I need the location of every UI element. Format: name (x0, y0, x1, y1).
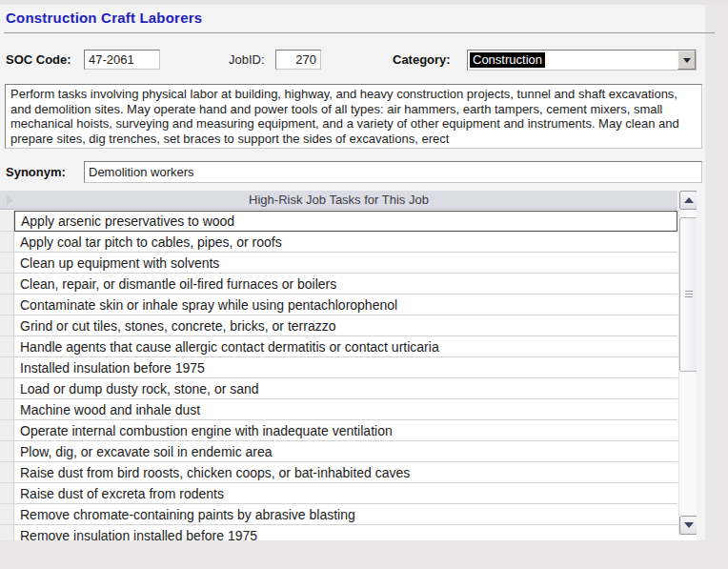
task-row-label: Machine wood and inhale dust (14, 399, 677, 420)
page-title: Construction Craft Laborers (6, 10, 202, 26)
task-row-label: Remove chromate-containing paints by abr… (14, 504, 677, 525)
vertical-scrollbar[interactable] (678, 191, 697, 536)
bottom-strip (0, 540, 728, 569)
scroll-down-button[interactable] (679, 516, 697, 535)
task-row[interactable]: Machine wood and inhale dust (0, 399, 677, 420)
row-selector-cell[interactable] (0, 295, 14, 315)
job-id-label: JobID: (229, 52, 265, 67)
row-selector-cell[interactable] (0, 232, 14, 253)
row-selector-cell[interactable] (0, 253, 14, 274)
task-row-label: Apply arsenic preservatives to wood (14, 211, 677, 232)
task-row-label: Raise dust of excreta from rodents (14, 483, 677, 504)
row-selector-cell[interactable] (0, 420, 14, 441)
description-textbox[interactable]: Perform tasks involving physical labor a… (5, 84, 702, 149)
task-row-label: Remove insulation installed before 1975 (14, 525, 677, 540)
task-list-header: High-Risk Job Tasks for This Job (0, 191, 677, 210)
category-combobox[interactable]: Construction (467, 50, 697, 71)
task-row[interactable]: Remove insulation installed before 1975 (0, 525, 677, 540)
task-row-label: Clean up equipment with solvents (14, 253, 677, 274)
scroll-up-button[interactable] (679, 191, 697, 210)
task-row-label: Grind or cut tiles, stones, concrete, br… (14, 315, 677, 336)
task-list-header-label: High-Risk Job Tasks for This Job (249, 193, 429, 207)
task-rows: Apply arsenic preservatives to wood Appl… (0, 211, 677, 540)
task-row-label: Contaminate skin or inhale spray while u… (14, 295, 677, 315)
task-row[interactable]: Grind or cut tiles, stones, concrete, br… (0, 315, 677, 336)
task-row-label: Plow, dig, or excavate soil in endemic a… (14, 441, 677, 462)
task-row-label: Clean, repair, or dismantle oil-fired fu… (14, 274, 677, 295)
row-selector-cell[interactable] (0, 211, 14, 232)
row-selector-cell[interactable] (0, 357, 14, 378)
task-row[interactable]: Raise dust of excreta from rodents (0, 483, 677, 504)
row-selector-cell[interactable] (0, 525, 14, 540)
arrow-down-icon (684, 522, 694, 528)
arrow-up-icon (684, 197, 694, 203)
task-row[interactable]: Handle agents that cause allergic contac… (0, 336, 677, 357)
row-selector-cell[interactable] (0, 315, 14, 336)
row-selector-cell[interactable] (0, 399, 14, 420)
high-risk-task-list: High-Risk Job Tasks for This Job Apply a… (0, 191, 697, 540)
row-selector-cell[interactable] (0, 441, 14, 462)
job-detail-form: Construction Craft Laborers SOC Code: Jo… (0, 5, 705, 540)
task-row[interactable]: Contaminate skin or inhale spray while u… (0, 295, 677, 315)
task-row[interactable]: Raise dust from bird roosts, chicken coo… (0, 462, 677, 483)
task-row[interactable]: Apply arsenic preservatives to wood (0, 211, 677, 232)
task-row[interactable]: Clean up equipment with solvents (0, 253, 677, 274)
task-row[interactable]: Remove chromate-containing paints by abr… (0, 504, 677, 525)
row-selector-cell[interactable] (0, 462, 14, 483)
task-row[interactable]: Operate internal combustion engine with … (0, 420, 677, 441)
task-row-label: Raise dust from bird roosts, chicken coo… (14, 462, 677, 483)
record-selector-icon (7, 195, 13, 205)
soc-code-field[interactable] (84, 50, 160, 70)
category-dropdown-button[interactable] (677, 51, 696, 70)
synonym-label: Synonym: (6, 165, 66, 179)
job-id-field[interactable] (275, 50, 321, 70)
scrollbar-thumb[interactable] (679, 217, 697, 372)
synonym-field[interactable] (84, 161, 702, 183)
row-selector-cell[interactable] (0, 483, 14, 504)
category-label: Category: (393, 52, 451, 67)
chevron-down-icon (683, 58, 691, 63)
task-row-label: Handle agents that cause allergic contac… (14, 336, 677, 357)
task-row-label: Load or dump dusty rock, stone, or sand (14, 378, 677, 399)
task-row-label: Operate internal combustion engine with … (14, 420, 677, 441)
title-divider (4, 32, 715, 33)
task-row-label: Apply coal tar pitch to cables, pipes, o… (14, 232, 677, 253)
category-selection: Construction (470, 52, 545, 68)
task-row[interactable]: Load or dump dusty rock, stone, or sand (0, 378, 677, 399)
row-selector-cell[interactable] (0, 378, 14, 399)
app-window: Construction Craft Laborers SOC Code: Jo… (0, 0, 728, 569)
task-row[interactable]: Apply coal tar pitch to cables, pipes, o… (0, 232, 677, 253)
task-row[interactable]: Clean, repair, or dismantle oil-fired fu… (0, 274, 677, 295)
thumb-gripper-icon (685, 291, 693, 299)
row-selector-cell[interactable] (0, 336, 14, 357)
task-row[interactable]: Installed insulation before 1975 (0, 357, 677, 378)
category-selected-text[interactable]: Construction (468, 51, 677, 70)
task-row-label: Installed insulation before 1975 (14, 357, 677, 378)
row-selector-cell[interactable] (0, 274, 14, 295)
soc-code-label: SOC Code: (6, 52, 71, 67)
task-row[interactable]: Plow, dig, or excavate soil in endemic a… (0, 441, 677, 462)
row-selector-cell[interactable] (0, 504, 14, 525)
